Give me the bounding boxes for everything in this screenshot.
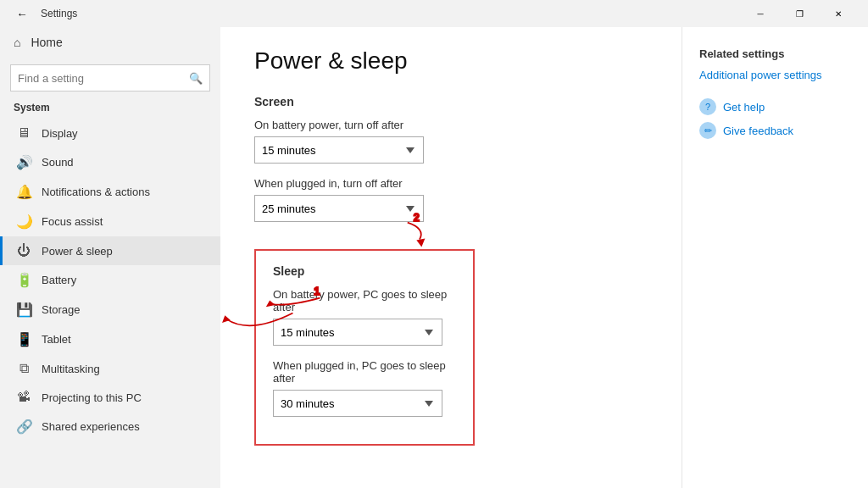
screen-plugged-label: When plugged in, turn off after — [254, 177, 648, 190]
sidebar-item-notifications[interactable]: 🔔 Notifications & actions — [0, 177, 220, 207]
search-input[interactable] — [11, 72, 182, 85]
close-button[interactable]: ✕ — [819, 0, 858, 27]
screen-section-title: Screen — [254, 95, 648, 108]
titlebar-title: Settings — [41, 8, 77, 19]
sidebar-sound-label: Sound — [42, 156, 74, 169]
sidebar-item-display[interactable]: 🖥 Display — [0, 119, 220, 147]
svg-marker-2 — [418, 240, 424, 246]
sidebar-home-label: Home — [31, 36, 62, 49]
projecting-icon: 📽 — [16, 390, 31, 405]
sidebar-item-focus-assist[interactable]: 🌙 Focus assist — [0, 207, 220, 236]
svg-marker-4 — [224, 317, 229, 322]
screen-plugged-group: When plugged in, turn off after 25 minut… — [254, 177, 648, 222]
give-feedback-icon: ✏ — [699, 122, 716, 139]
system-label: System — [0, 98, 220, 117]
sidebar-tablet-label: Tablet — [42, 333, 71, 346]
sleep-plugged-group: When plugged in, PC goes to sleep after … — [273, 359, 456, 417]
get-help-icon: ? — [699, 98, 716, 115]
sidebar-item-battery[interactable]: 🔋 Battery — [0, 265, 220, 295]
tablet-icon: 📱 — [16, 331, 31, 347]
sidebar-power-label: Power & sleep — [42, 245, 113, 258]
window-controls: ─ ❐ ✕ — [741, 0, 858, 27]
sidebar: ⌂ Home 🔍 System 🖥 Display 🔊 Sound 🔔 Noti… — [0, 27, 220, 488]
sleep-battery-label: On battery power, PC goes to sleep after — [273, 288, 456, 313]
sidebar-item-power-sleep[interactable]: ⏻ Power & sleep — [0, 236, 220, 265]
right-panel: Related settings Additional power settin… — [682, 27, 868, 488]
display-icon: 🖥 — [16, 125, 31, 141]
sidebar-focus-label: Focus assist — [42, 215, 103, 228]
sidebar-item-sound[interactable]: 🔊 Sound — [0, 147, 220, 177]
screen-section: Screen On battery power, turn off after … — [254, 95, 648, 222]
related-settings-title: Related settings — [699, 47, 851, 60]
main-content: Power & sleep Screen On battery power, t… — [220, 27, 682, 488]
sound-icon: 🔊 — [16, 154, 31, 170]
additional-power-link[interactable]: Additional power settings — [699, 69, 851, 81]
screen-battery-dropdown[interactable]: 15 minutes 5 minutes 10 minutes 20 minut… — [254, 136, 424, 164]
notifications-icon: 🔔 — [16, 184, 31, 200]
sleep-battery-dropdown[interactable]: 15 minutes 1 minute 5 minutes 10 minutes… — [273, 319, 442, 346]
shared-icon: 🔗 — [16, 419, 31, 435]
storage-icon: 💾 — [16, 302, 31, 318]
restore-button[interactable]: ❐ — [780, 0, 819, 27]
focus-icon: 🌙 — [16, 214, 31, 230]
screen-battery-group: On battery power, turn off after 15 minu… — [254, 119, 648, 164]
battery-icon: 🔋 — [16, 272, 31, 288]
sidebar-display-label: Display — [42, 127, 78, 140]
give-feedback-label[interactable]: Give feedback — [723, 125, 793, 137]
screen-battery-label: On battery power, turn off after — [254, 119, 648, 131]
give-feedback-action[interactable]: ✏ Give feedback — [699, 122, 851, 139]
app-body: ⌂ Home 🔍 System 🖥 Display 🔊 Sound 🔔 Noti… — [0, 27, 868, 488]
back-icon: ← — [16, 8, 27, 20]
minimize-button[interactable]: ─ — [741, 0, 780, 27]
sidebar-storage-label: Storage — [42, 303, 81, 316]
sidebar-item-home[interactable]: ⌂ Home — [0, 27, 220, 58]
sidebar-item-shared[interactable]: 🔗 Shared experiences — [0, 412, 220, 441]
sidebar-projecting-label: Projecting to this PC — [42, 391, 142, 404]
power-icon: ⏻ — [16, 243, 31, 258]
sidebar-search-box[interactable]: 🔍 — [10, 64, 210, 92]
sidebar-item-tablet[interactable]: 📱 Tablet — [0, 324, 220, 354]
search-icon: 🔍 — [182, 72, 209, 85]
sleep-section: Sleep On battery power, PC goes to sleep… — [254, 249, 475, 446]
home-icon: ⌂ — [14, 36, 20, 49]
get-help-action[interactable]: ? Get help — [699, 98, 851, 115]
multitasking-icon: ⧉ — [16, 361, 31, 376]
sidebar-item-projecting[interactable]: 📽 Projecting to this PC — [0, 383, 220, 412]
sidebar-item-storage[interactable]: 💾 Storage — [0, 295, 220, 324]
sidebar-notifications-label: Notifications & actions — [42, 186, 150, 198]
sidebar-multitasking-label: Multitasking — [42, 363, 100, 375]
sidebar-battery-label: Battery — [42, 274, 76, 286]
screen-plugged-dropdown[interactable]: 25 minutes 5 minutes 10 minutes 15 minut… — [254, 195, 424, 222]
get-help-label[interactable]: Get help — [723, 101, 765, 114]
back-button[interactable]: ← — [10, 2, 34, 25]
titlebar: ← Settings ─ ❐ ✕ — [0, 0, 868, 27]
sidebar-item-multitasking[interactable]: ⧉ Multitasking — [0, 354, 220, 383]
sidebar-shared-label: Shared experiences — [42, 420, 140, 433]
page-title: Power & sleep — [254, 47, 648, 75]
sleep-section-title: Sleep — [273, 264, 456, 278]
sleep-battery-group: On battery power, PC goes to sleep after… — [273, 288, 456, 346]
sleep-plugged-label: When plugged in, PC goes to sleep after — [273, 359, 456, 385]
sleep-plugged-dropdown[interactable]: 30 minutes 1 minute 5 minutes 10 minutes… — [273, 390, 442, 417]
